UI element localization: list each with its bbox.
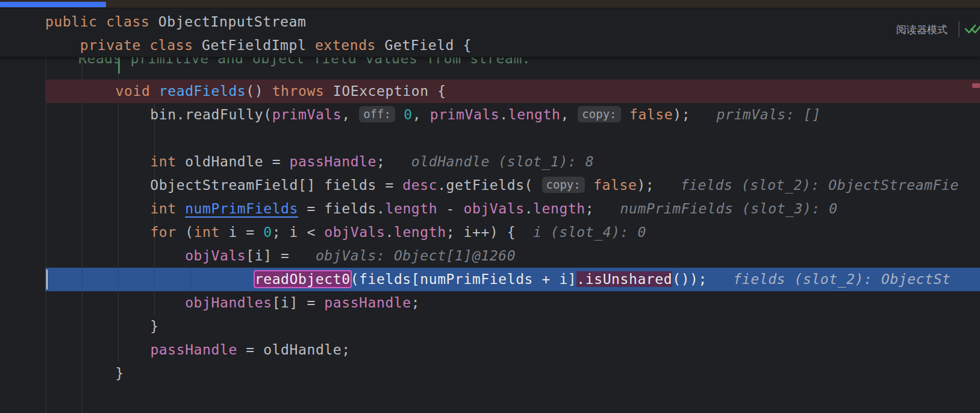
numprimfields-link[interactable]: numPrimFields <box>185 201 298 216</box>
code-token <box>585 177 593 193</box>
code-token: = fields. <box>298 201 385 216</box>
line-objvals-assign[interactable]: objVals[i] = objVals: Object[1]@1260 <box>0 244 980 268</box>
code-token: desc <box>402 177 437 193</box>
code-token: ); <box>637 177 654 193</box>
code-token <box>395 107 404 122</box>
code-token: primVals <box>430 107 500 122</box>
line-for-close-brace[interactable]: } <box>0 315 980 338</box>
code-token: ; i++) { <box>446 224 516 240</box>
line-readfields-declaration[interactable]: void readFields() throws IOException { <box>0 80 980 103</box>
code-token: ObjectInputStream <box>149 14 306 30</box>
progress-bar <box>0 2 106 7</box>
code-token <box>621 107 629 122</box>
line-passhandle-restore[interactable]: passHandle = oldHandle; <box>0 338 980 362</box>
code-token: public <box>45 14 98 30</box>
code-token: private <box>80 37 141 53</box>
debug-inline-value: primVals: [] <box>690 107 821 122</box>
ide-window: { "topbar": { "progress_bar_color": "#3D… <box>0 0 980 413</box>
code-editor[interactable]: Reads primitive and object field values … <box>0 56 980 413</box>
code-token <box>46 83 116 99</box>
code-token: - <box>437 201 463 216</box>
code-token: length <box>385 201 437 216</box>
inlay-hint-copy[interactable]: copy: <box>578 106 620 122</box>
sticky-line-inner-class[interactable]: private class GetFieldImpl extends GetFi… <box>0 34 980 57</box>
code-token: . <box>525 201 533 216</box>
code-token: length <box>508 107 561 122</box>
step-into-target[interactable]: .isUnshared <box>576 271 672 287</box>
line-readfully[interactable]: bin.readFully(primVals, off: 0, primVals… <box>0 103 980 127</box>
line-for-loop[interactable]: for (int i = 0; i < objVals.length; i++)… <box>0 221 980 244</box>
code-token: ( <box>176 224 194 240</box>
code-token <box>141 37 149 53</box>
code-token: objVals <box>185 248 246 263</box>
line-blank[interactable] <box>0 127 980 150</box>
line-numprimfields[interactable]: int numPrimFields = fields.length - objV… <box>0 197 980 221</box>
header-divider <box>958 21 960 37</box>
code-token: ; i < <box>272 224 325 240</box>
code-token: bin.readFully( <box>46 107 272 122</box>
code-token: IOException { <box>324 83 446 99</box>
code-token: ()); <box>672 271 707 287</box>
code-token: void <box>116 83 151 99</box>
indent-guide <box>154 268 155 291</box>
code-token: class <box>149 37 193 53</box>
javadoc-guide-bar <box>118 57 120 74</box>
step-into-target-selected[interactable]: readObject0 <box>255 271 351 287</box>
code-token <box>45 37 80 53</box>
line-oldhandle[interactable]: int oldHandle = passHandle; oldHandle (s… <box>0 150 980 174</box>
code-token: primVals <box>272 107 342 122</box>
code-token: ); <box>673 107 690 122</box>
code-token <box>46 248 185 263</box>
code-token: extends <box>315 37 376 53</box>
inlay-hint-off[interactable]: off: <box>359 106 395 122</box>
code-token <box>46 224 150 240</box>
code-token: int <box>150 201 176 216</box>
inlay-hint-copy[interactable]: copy: <box>542 177 585 193</box>
line-getfields[interactable]: ObjectStreamField[] fields = desc.getFie… <box>0 174 980 197</box>
double-checkmark-icon <box>964 24 980 34</box>
code-token <box>46 342 150 358</box>
code-token: class <box>106 14 149 30</box>
line-method-close-brace[interactable]: } <box>0 362 980 385</box>
code-token: int <box>150 154 176 169</box>
scrollbar-error-stripe-marker[interactable] <box>972 83 980 88</box>
code-token: (fields[numPrimFields + i] <box>351 271 577 287</box>
code-token: i = <box>220 224 263 240</box>
code-token: } <box>46 365 124 381</box>
code-token: [i] = <box>246 248 289 263</box>
code-token: . <box>499 107 508 122</box>
code-token: , <box>560 107 578 122</box>
line-objhandles[interactable]: objHandles[i] = passHandle; <box>0 291 980 315</box>
reader-mode-button[interactable]: 阅读器模式 <box>896 23 947 37</box>
code-token: [i] = <box>272 295 325 311</box>
code-token: . <box>385 224 394 240</box>
code-token: 0 <box>404 107 412 122</box>
indent-guide <box>82 268 83 291</box>
code-token: passHandle <box>324 295 411 311</box>
code-token: } <box>46 318 159 334</box>
code-token <box>46 295 185 311</box>
code-token: objVals <box>324 224 385 240</box>
code-token: .getFields( <box>437 177 541 193</box>
line-readobject0-execution[interactable]: readObject0(fields[numPrimFields + i].is… <box>0 268 980 291</box>
code-token: GetField { <box>376 37 472 53</box>
code-token: () <box>246 83 272 99</box>
inspections-widget[interactable] <box>964 24 980 34</box>
code-token <box>98 14 106 30</box>
sticky-line-outer-class[interactable]: public class ObjectInputStream <box>0 10 980 34</box>
code-token: length <box>533 201 585 216</box>
code-token: false <box>593 177 637 193</box>
debug-inline-value: numPrimFields (slot_3): 0 <box>594 201 838 216</box>
code-token <box>46 201 150 216</box>
code-token: for <box>150 224 176 240</box>
code-token: throws <box>272 83 325 99</box>
code-token: , <box>342 107 359 122</box>
code-token <box>176 201 185 216</box>
code-token: passHandle <box>150 342 237 358</box>
code-token: 0 <box>263 224 272 240</box>
sticky-context-header: public class ObjectInputStream private c… <box>0 8 980 57</box>
code-token: passHandle <box>290 154 376 169</box>
debug-inline-value: i (slot_4): 0 <box>516 224 646 240</box>
code-token: objVals <box>464 201 525 216</box>
code-lines: void readFields() throws IOException { b… <box>0 80 980 385</box>
